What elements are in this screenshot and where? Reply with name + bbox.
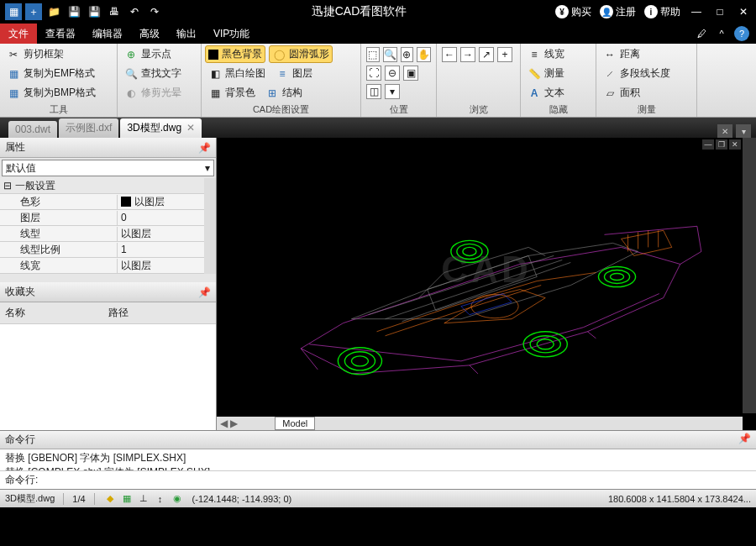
nav-up-icon[interactable]: ↗ xyxy=(479,47,494,62)
zoom-extents-icon[interactable]: ⛶ xyxy=(366,66,381,81)
view1-icon[interactable]: ◫ xyxy=(366,84,381,99)
default-combo[interactable]: 默认值▾ xyxy=(2,160,214,176)
find-text-button[interactable]: 🔍查找文字 xyxy=(121,65,197,82)
svg-point-8 xyxy=(457,244,482,259)
prop-category[interactable]: ⊟一般设置 xyxy=(0,178,216,194)
buy-button[interactable]: ¥购买 xyxy=(555,5,591,19)
print-icon[interactable]: 🖶 xyxy=(106,3,123,20)
ortho-icon[interactable]: ⊥ xyxy=(137,492,150,506)
save-icon[interactable]: 💾 xyxy=(66,3,82,20)
fav-col-path: 路径 xyxy=(108,306,212,320)
menu-file[interactable]: 文件 xyxy=(0,24,37,44)
ruler-icon: 📏 xyxy=(528,67,541,81)
measure-toggle-button[interactable]: 📏测量 xyxy=(524,65,592,82)
close-button[interactable]: ✕ xyxy=(736,4,751,19)
edit-halo-button[interactable]: ◐修剪光晕 xyxy=(121,84,197,102)
doctab-1[interactable]: 示例图.dxf xyxy=(59,118,118,138)
menu-editor[interactable]: 编辑器 xyxy=(84,24,131,44)
viewport[interactable]: — ❐ ✕ xyxy=(217,138,756,430)
chevron-up-icon[interactable]: ^ xyxy=(714,26,729,41)
help-button[interactable]: i帮助 xyxy=(644,5,680,19)
nav-left-icon[interactable]: ← xyxy=(442,47,457,62)
bw-draw-button[interactable]: ◧黑白绘图 xyxy=(205,65,269,82)
command-input[interactable]: 命令行: xyxy=(0,470,756,489)
nav-plus-icon[interactable]: + xyxy=(497,47,512,62)
zoom-window-icon[interactable]: ⬚ xyxy=(366,47,380,62)
pin-icon[interactable]: 📌 xyxy=(198,286,211,298)
close-tab-icon[interactable]: ✕ xyxy=(186,122,195,134)
lineweight-button[interactable]: ≡线宽 xyxy=(524,45,592,63)
props-scrollbar[interactable] xyxy=(204,178,216,274)
menu-output[interactable]: 输出 xyxy=(168,24,205,44)
menu-vip[interactable]: VIP功能 xyxy=(205,24,258,44)
minimize-button[interactable]: — xyxy=(689,4,704,19)
osnap-icon[interactable]: ◉ xyxy=(171,492,184,506)
pin-icon[interactable]: 📌 xyxy=(198,142,211,154)
vertical-scrollbar[interactable] xyxy=(743,138,756,413)
svg-point-10 xyxy=(598,266,635,286)
scissors-icon: ✂ xyxy=(7,48,20,61)
show-points-button[interactable]: ⊕显示点 xyxy=(121,45,197,63)
axis-icon[interactable]: ↕ xyxy=(154,492,167,506)
clip-frame-button[interactable]: ✂剪切框架 xyxy=(3,45,113,63)
snap-icon[interactable]: ◆ xyxy=(103,492,117,506)
prop-row: 图层0 xyxy=(0,210,216,226)
doctab-0[interactable]: 003.dwt xyxy=(8,121,57,138)
open-icon[interactable]: 📁 xyxy=(45,3,62,20)
pin-icon[interactable]: 📌 xyxy=(738,433,751,447)
prop-row: 线宽以图层 xyxy=(0,258,216,274)
group-browse-label: 浏览 xyxy=(440,102,517,117)
black-bg-button[interactable]: 黑色背景 xyxy=(205,45,265,63)
tabs-close-icon[interactable]: ✕ xyxy=(717,124,732,138)
undo-icon[interactable]: ↶ xyxy=(126,3,143,20)
vp-close-icon[interactable]: ✕ xyxy=(729,139,741,150)
copy-emf-button[interactable]: ▦复制为EMF格式 xyxy=(3,65,113,82)
status-coords: (-124.1448; -114.993; 0) xyxy=(192,494,292,504)
svg-point-5 xyxy=(530,336,560,353)
distance-button[interactable]: ↔距离 xyxy=(600,45,693,63)
copy-bmp-button[interactable]: ▦复制为BMP格式 xyxy=(3,84,113,102)
menu-viewer[interactable]: 查看器 xyxy=(37,24,84,44)
redo-icon[interactable]: ↷ xyxy=(146,3,163,20)
menu-advanced[interactable]: 高级 xyxy=(131,24,168,44)
view2-icon[interactable]: ▾ xyxy=(385,84,400,99)
watermark: CAD xyxy=(441,249,531,291)
vp-restore-icon[interactable]: ❐ xyxy=(716,139,727,150)
distance-icon: ↔ xyxy=(603,48,617,61)
palette-icon[interactable]: 🖊 xyxy=(694,26,709,41)
area-button[interactable]: ▱面积 xyxy=(600,84,693,102)
app-title: 迅捷CAD看图软件 xyxy=(163,4,555,19)
search-icon: 🔍 xyxy=(124,67,138,81)
zoom-out-icon[interactable]: ⊖ xyxy=(385,66,400,81)
zoom-in-icon[interactable]: 🔍 xyxy=(383,47,397,62)
tree-icon: ⊞ xyxy=(265,87,279,100)
tabs-dropdown-icon[interactable]: ▾ xyxy=(736,124,751,138)
side-panel: 属性📌 默认值▾ ⊟一般设置 色彩以图层 图层0 线型以图层 线型比例1 线宽以… xyxy=(0,138,217,430)
zoom-icon[interactable]: ⊕ xyxy=(401,47,414,62)
fit-icon[interactable]: ▣ xyxy=(403,66,418,81)
question-icon[interactable]: ? xyxy=(734,26,749,41)
smooth-arc-button[interactable]: ◯圆滑弧形 xyxy=(269,45,333,63)
nav-right-icon[interactable]: → xyxy=(460,47,475,62)
layers-button[interactable]: ≡图层 xyxy=(272,65,316,82)
command-log: 替换 [GBENOR] 字体为 [SIMPLEX.SHX] 替换 [COMPLE… xyxy=(0,449,756,470)
register-button[interactable]: 👤注册 xyxy=(600,5,636,19)
model-tab[interactable]: Model xyxy=(275,417,315,430)
horizontal-scrollbar[interactable]: ◀ ▶ Model xyxy=(217,417,743,430)
svg-point-1 xyxy=(338,348,381,375)
model-wireframe xyxy=(250,155,722,407)
doctab-2[interactable]: 3D模型.dwg✕ xyxy=(120,118,202,138)
prop-row: 线型以图层 xyxy=(0,226,216,242)
maximize-button[interactable]: □ xyxy=(712,4,727,19)
text-button[interactable]: A文本 xyxy=(524,84,592,102)
pan-icon[interactable]: ✋ xyxy=(417,47,431,62)
saveall-icon[interactable]: 💾 xyxy=(86,3,102,20)
bgcolor-button[interactable]: ▦背景色 xyxy=(205,84,259,102)
grid-icon[interactable]: ▦ xyxy=(120,492,134,506)
svg-point-4 xyxy=(523,332,567,357)
svg-point-0 xyxy=(471,295,518,318)
new-icon[interactable]: ＋ xyxy=(25,3,42,20)
vp-minimize-icon[interactable]: — xyxy=(702,139,714,150)
polyline-length-button[interactable]: ⟋多段线长度 xyxy=(600,65,693,82)
structure-button[interactable]: ⊞结构 xyxy=(262,84,306,102)
